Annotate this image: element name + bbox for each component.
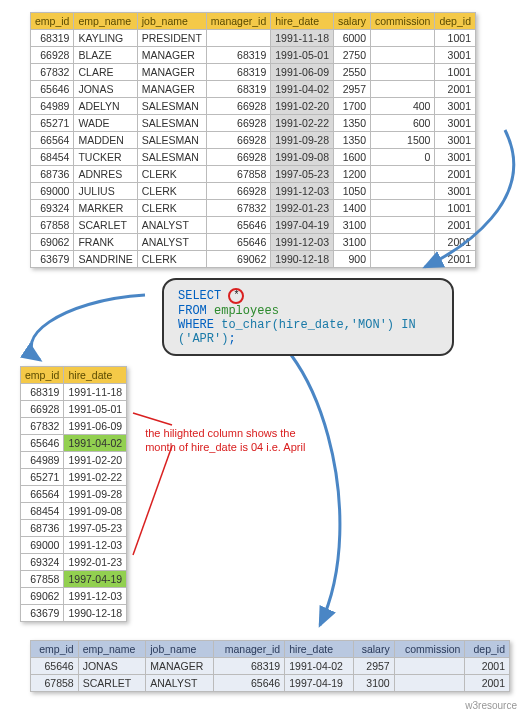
sql-from-kw: FROM — [178, 304, 214, 318]
cell: 69062 — [21, 588, 64, 605]
cell: 2001 — [435, 251, 476, 268]
cell: 66928 — [206, 115, 270, 132]
cell: 64989 — [31, 98, 74, 115]
cell: 1991-02-20 — [271, 98, 334, 115]
cell — [371, 30, 435, 47]
cell: ANALYST — [146, 675, 214, 692]
table-row: 678321991-06-09 — [21, 418, 127, 435]
cell — [371, 166, 435, 183]
cell — [394, 658, 465, 675]
col-header: hire_date — [64, 367, 127, 384]
cell — [371, 64, 435, 81]
cell: JULIUS — [74, 183, 137, 200]
cell: TUCKER — [74, 149, 137, 166]
cell: 65646 — [31, 81, 74, 98]
cell — [371, 217, 435, 234]
cell: 65271 — [21, 469, 64, 486]
cell: 1001 — [435, 30, 476, 47]
cell: 0 — [371, 149, 435, 166]
cell: MANAGER — [146, 658, 214, 675]
footer-credit: w3resource — [12, 700, 517, 711]
cell: 3100 — [354, 675, 395, 692]
cell: 67858 — [31, 217, 74, 234]
cell: ANALYST — [137, 234, 206, 251]
table-row: 684541991-09-08 — [21, 503, 127, 520]
cell: 68319 — [206, 64, 270, 81]
cell — [371, 81, 435, 98]
cell: 1400 — [333, 200, 370, 217]
cell: 66928 — [21, 401, 64, 418]
table-row: 690621991-12-03 — [21, 588, 127, 605]
table-row: 669281991-05-01 — [21, 401, 127, 418]
col-header: job_name — [146, 641, 214, 658]
cell: 400 — [371, 98, 435, 115]
cell: 69000 — [21, 537, 64, 554]
cell: 3001 — [435, 149, 476, 166]
cell: 67832 — [21, 418, 64, 435]
star-icon: * — [228, 288, 244, 304]
cell: 1997-05-23 — [271, 166, 334, 183]
cell: PRESIDENT — [137, 30, 206, 47]
cell: 65646 — [206, 234, 270, 251]
table-row: 68454TUCKERSALESMAN669281991-09-08160003… — [31, 149, 476, 166]
col-header: salary — [333, 13, 370, 30]
note-line-1: the hilighted column shows the — [145, 427, 295, 439]
cell — [394, 675, 465, 692]
cell: 68736 — [31, 166, 74, 183]
cell: 3001 — [435, 47, 476, 64]
cell: 3100 — [333, 234, 370, 251]
cell: 1200 — [333, 166, 370, 183]
cell: 2957 — [333, 81, 370, 98]
main-employee-table: emp_idemp_namejob_namemanager_idhire_dat… — [30, 12, 476, 268]
table-row: 68319KAYLINGPRESIDENT1991-11-1860001001 — [31, 30, 476, 47]
cell: 67858 — [206, 166, 270, 183]
cell — [371, 47, 435, 64]
cell: 66928 — [206, 98, 270, 115]
cell: 67858 — [21, 571, 64, 588]
table-row: 69000JULIUSCLERK669281991-12-0310503001 — [31, 183, 476, 200]
col-header: hire_date — [271, 13, 334, 30]
cell: 68319 — [206, 47, 270, 64]
cell: FRANK — [74, 234, 137, 251]
col-header: emp_id — [21, 367, 64, 384]
cell: 1991-05-01 — [271, 47, 334, 64]
cell: MADDEN — [74, 132, 137, 149]
cell: SALESMAN — [137, 132, 206, 149]
cell: 68319 — [31, 30, 74, 47]
cell: 1991-12-03 — [271, 234, 334, 251]
cell — [371, 183, 435, 200]
cell: 3100 — [333, 217, 370, 234]
cell: 69324 — [31, 200, 74, 217]
col-header: manager_id — [214, 641, 285, 658]
cell: 3001 — [435, 115, 476, 132]
cell: 1991-11-18 — [271, 30, 334, 47]
cell: 67832 — [31, 64, 74, 81]
col-header: emp_name — [78, 641, 146, 658]
cell — [371, 251, 435, 268]
cell: 1991-06-09 — [271, 64, 334, 81]
cell: 1700 — [333, 98, 370, 115]
cell: 1991-09-08 — [64, 503, 127, 520]
table-row: 64989ADELYNSALESMAN669281991-02-20170040… — [31, 98, 476, 115]
cell: MANAGER — [137, 81, 206, 98]
cell: 1991-06-09 — [64, 418, 127, 435]
cell: 66928 — [206, 132, 270, 149]
table-row: 65271WADESALESMAN669281991-02-2213506003… — [31, 115, 476, 132]
cell: 1991-12-03 — [64, 537, 127, 554]
cell: 67858 — [31, 675, 79, 692]
table-row: 69324MARKERCLERK678321992-01-2314001001 — [31, 200, 476, 217]
cell — [206, 30, 270, 47]
cell: 67832 — [206, 200, 270, 217]
cell: 66564 — [21, 486, 64, 503]
result-table: emp_idemp_namejob_namemanager_idhire_dat… — [30, 640, 510, 692]
cell: 69062 — [206, 251, 270, 268]
table-row: 65646JONASMANAGER683191991-04-0229572001 — [31, 81, 476, 98]
cell: 900 — [333, 251, 370, 268]
cell: 1992-01-23 — [271, 200, 334, 217]
table-row: 67858SCARLETANALYST656461997-04-19310020… — [31, 675, 510, 692]
table-row: 636791990-12-18 — [21, 605, 127, 622]
cell: 1997-04-19 — [64, 571, 127, 588]
cell: 1991-02-22 — [271, 115, 334, 132]
cell: 1001 — [435, 64, 476, 81]
cell — [371, 234, 435, 251]
